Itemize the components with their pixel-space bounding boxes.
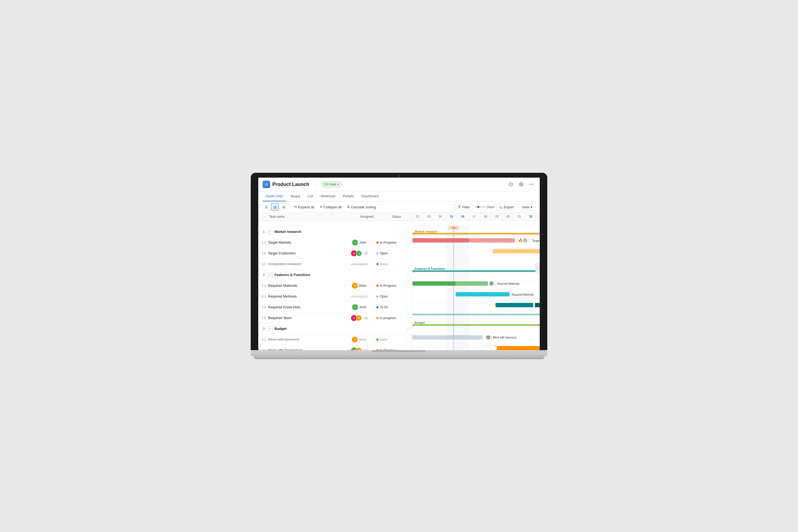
filter-button[interactable]: Filter <box>455 204 473 210</box>
task-actions-menu[interactable]: ⋮ <box>404 315 412 320</box>
group-collapse-icon[interactable]: − <box>268 272 273 277</box>
app-logo: ◇ <box>263 180 270 188</box>
task-assigned: K J +2 <box>344 250 374 256</box>
task-name[interactable]: Work with Sponsors <box>266 335 344 344</box>
avatar: B <box>356 315 362 321</box>
table-row: 3.1 Work with Sponsors B Brian Done <box>258 334 412 345</box>
gantt-chart-area[interactable]: 12 13 14 15 16 17 18 19 20 21 22 23 <box>412 213 540 350</box>
task-num: 1.2 <box>258 251 266 255</box>
view-table-icon-button[interactable]: ▤ <box>271 203 279 211</box>
task-actions-menu[interactable]: ⋮ <box>404 348 412 350</box>
laptop-base <box>251 350 547 356</box>
cascade-sorting-button[interactable]: ⇅ Cascade sorting <box>345 204 378 210</box>
task-actions-menu[interactable]: ⋮ <box>404 283 412 288</box>
gantt-day-12: 12 <box>412 213 423 220</box>
task-assigned: J John <box>344 304 374 310</box>
task-actions-menu[interactable]: ⋮ <box>404 305 412 310</box>
more-button[interactable]: ··· <box>527 180 535 188</box>
tab-list[interactable]: List <box>304 191 316 201</box>
tab-dashboard[interactable]: Dashboard <box>358 191 382 201</box>
project-title: Product Launch <box>272 182 309 187</box>
tab-board[interactable]: Board <box>287 191 303 201</box>
expand-all-label: Expand all <box>298 205 314 209</box>
task-name[interactable]: Required Know-How <box>266 303 344 311</box>
status-dot <box>376 242 378 244</box>
tab-people[interactable]: People <box>340 191 357 201</box>
view-label: View <box>522 205 530 209</box>
task-assigned: J John <box>344 240 374 246</box>
task-name: − Features & Functions <box>266 270 344 280</box>
task-num: 2 <box>258 273 266 277</box>
gantt-row <box>412 259 540 270</box>
export-label: Export <box>504 205 514 209</box>
view-grid-icon-button[interactable]: ⊞ <box>280 203 287 211</box>
view-list-icon-button[interactable]: ☰ <box>263 203 270 211</box>
task-name[interactable]: Required Materials <box>266 281 344 290</box>
tab-workload[interactable]: Workload <box>317 191 339 201</box>
group-collapse-icon[interactable]: − <box>268 229 273 234</box>
gantt-day-13: 13 <box>423 213 434 220</box>
table-row: 1.3 Competitors research unassigned Done <box>258 259 412 269</box>
gantt-row <box>412 303 540 314</box>
avatar: J <box>356 250 362 256</box>
cascade-sorting-label: Cascade sorting <box>351 205 376 209</box>
table-row: 2 − Features & Functions ⋮ <box>258 269 412 280</box>
days-label: Days <box>487 205 494 209</box>
gantt-rows <box>412 221 540 350</box>
status-badge[interactable]: On track <box>321 182 341 187</box>
task-actions-menu[interactable]: ⋮ <box>404 337 412 342</box>
task-actions-menu[interactable]: ⋮ <box>404 261 412 267</box>
gantt-row <box>412 248 540 259</box>
task-actions-menu[interactable]: ⋮ <box>404 251 412 256</box>
gantt-row <box>412 237 540 248</box>
star-icon[interactable]: ☆ <box>313 182 317 187</box>
gantt-row <box>412 292 540 303</box>
task-actions-menu[interactable]: ⋮ <box>404 240 412 245</box>
tab-gantt-chart[interactable]: Gantt chart <box>263 191 286 201</box>
group-collapse-icon[interactable]: − <box>268 326 273 331</box>
gantt-row <box>412 281 540 292</box>
task-name[interactable]: Target Customers <box>266 249 344 258</box>
gantt-row <box>412 347 540 350</box>
status-dot <box>376 296 378 298</box>
avatar: B <box>352 337 358 343</box>
task-num: 2.4 <box>258 316 266 320</box>
task-assigned: J B +2 <box>344 347 374 350</box>
task-actions-menu[interactable]: ⋮ <box>404 294 412 299</box>
task-name[interactable]: Required Team <box>266 314 344 322</box>
gantt-scroll-toggle[interactable]: ‹ <box>535 263 540 272</box>
task-name[interactable]: Competitors research <box>266 260 344 268</box>
expand-all-button[interactable]: ⟲ Expand all <box>292 204 316 210</box>
table-row: 1.1 Target Markets J John In Progress <box>258 237 412 248</box>
status-dot <box>376 317 378 319</box>
main-content: Task name Assigned Status + 1 <box>258 213 540 350</box>
task-name[interactable]: Work with Contractors <box>266 346 344 350</box>
days-selector[interactable]: Days <box>475 205 494 209</box>
gantt-row <box>412 226 540 237</box>
status-dot <box>376 285 378 287</box>
history-button[interactable] <box>507 180 515 188</box>
task-name[interactable]: Required Methods <box>266 292 344 301</box>
laptop-screen: ◇ Product Launch ☆ On track <box>258 177 540 350</box>
gantt-day-19: 19 <box>491 213 502 220</box>
status-dot <box>376 252 378 254</box>
nav-tabs: Gantt chart Board List Workload People D… <box>258 191 540 202</box>
task-actions-menu[interactable]: ⋮ <box>404 229 412 234</box>
export-button[interactable]: Export <box>496 204 517 210</box>
days-dot-2 <box>480 206 482 208</box>
days-dot-4 <box>484 206 486 208</box>
task-name[interactable]: Target Markets <box>266 238 344 247</box>
table-row: 2.1 Required Materials B Brian In Progre… <box>258 280 412 291</box>
settings-button[interactable] <box>517 180 525 188</box>
task-list: Task name Assigned Status + 1 <box>258 213 412 350</box>
task-actions-menu[interactable]: ⋮ <box>404 272 412 277</box>
view-button[interactable]: View ▾ <box>519 204 535 210</box>
table-row: 1.2 Target Customers K J +2 <box>258 248 412 259</box>
table-row: 2.3 Required Know-How J John To Do <box>258 302 412 312</box>
gantt-day-18: 18 <box>480 213 491 220</box>
table-row: 2.2 Required Methods unassigned Open <box>258 291 412 302</box>
col-header-assigned: Assigned <box>352 213 382 221</box>
task-actions-menu[interactable]: ⋮ <box>404 326 412 331</box>
collapse-all-button[interactable]: ✕ Collapse all <box>318 204 344 210</box>
task-assigned: unassigned <box>344 262 374 266</box>
